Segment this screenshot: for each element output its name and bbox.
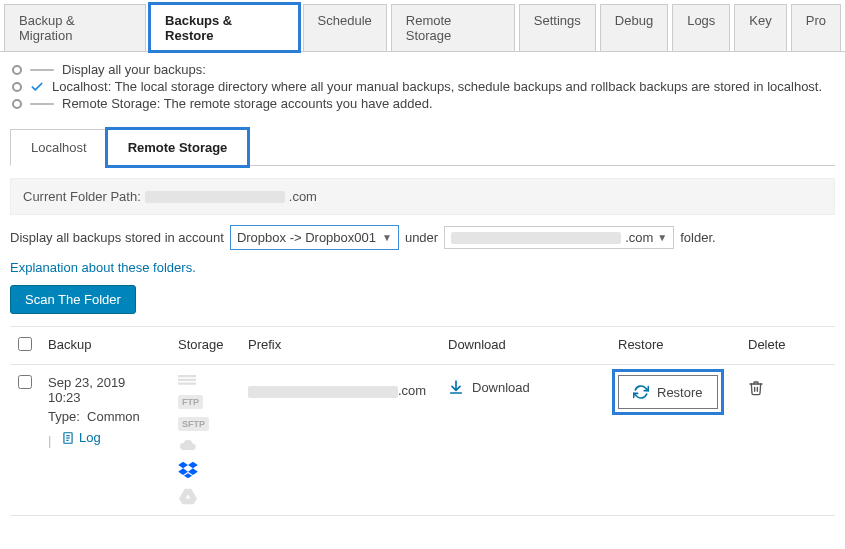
download-label: Download xyxy=(472,380,530,395)
log-link[interactable]: Log xyxy=(61,430,101,445)
row-type-label: Type: xyxy=(48,409,80,424)
svg-rect-4 xyxy=(178,375,196,377)
explanation-link[interactable]: Explanation about these folders. xyxy=(10,260,196,275)
subtab-localhost[interactable]: Localhost xyxy=(10,129,107,166)
tab-settings[interactable]: Settings xyxy=(519,4,596,51)
bullet-icon xyxy=(12,82,22,92)
tab-pro[interactable]: Pro xyxy=(791,4,841,51)
trash-icon xyxy=(748,379,764,397)
chevron-down-icon: ▼ xyxy=(657,232,667,243)
tab-backup-migration[interactable]: Backup & Migration xyxy=(4,4,146,51)
dash-icon xyxy=(30,103,54,105)
folder-path-suffix: .com xyxy=(289,189,317,204)
document-icon xyxy=(61,431,75,445)
col-prefix: Prefix xyxy=(240,327,440,365)
intro-block: Display all your backups: Localhost: The… xyxy=(0,52,845,125)
folder-redacted xyxy=(451,232,621,244)
account-line-under: under xyxy=(405,230,438,245)
account-line-prefix: Display all backups stored in account xyxy=(10,230,224,245)
divider-icon: | xyxy=(48,433,51,448)
bullet-icon xyxy=(12,65,22,75)
storage-icons: FTP SFTP xyxy=(178,375,232,505)
tab-schedule[interactable]: Schedule xyxy=(303,4,387,51)
intro-line-1: Display all your backups: xyxy=(62,62,206,77)
folder-path-bar: Current Folder Path: .com xyxy=(10,178,835,215)
subtab-bar: Localhost Remote Storage xyxy=(10,129,835,166)
folder-select[interactable]: .com ▼ xyxy=(444,226,674,249)
restore-label: Restore xyxy=(657,385,703,400)
intro-line-3: Remote Storage: The remote storage accou… xyxy=(62,96,433,111)
backups-table: Backup Storage Prefix Download Restore D… xyxy=(10,326,835,516)
col-backup: Backup xyxy=(40,327,170,365)
scan-folder-button[interactable]: Scan The Folder xyxy=(10,285,136,314)
account-select-value: Dropbox -> Dropbox001 xyxy=(237,230,376,245)
log-label: Log xyxy=(79,430,101,445)
dropbox-icon xyxy=(178,461,198,479)
download-button[interactable]: Download xyxy=(448,379,530,395)
bullet-icon xyxy=(12,99,22,109)
folder-suffix: .com xyxy=(625,230,653,245)
tab-backups-restore[interactable]: Backups & Restore xyxy=(150,4,299,51)
row-checkbox[interactable] xyxy=(18,375,32,389)
tab-debug[interactable]: Debug xyxy=(600,4,668,51)
svg-rect-5 xyxy=(178,379,196,381)
download-icon xyxy=(448,379,464,395)
col-restore: Restore xyxy=(610,327,740,365)
subtab-remote-storage[interactable]: Remote Storage xyxy=(107,129,249,166)
prefix-suffix: .com xyxy=(398,383,426,398)
top-tab-bar: Backup & Migration Backups & Restore Sch… xyxy=(0,0,845,52)
cloud-icon xyxy=(178,439,198,453)
tab-remote-storage[interactable]: Remote Storage xyxy=(391,4,515,51)
row-time: 10:23 xyxy=(48,390,162,405)
row-type-value: Common xyxy=(87,409,140,424)
svg-rect-6 xyxy=(178,383,196,385)
tab-key[interactable]: Key xyxy=(734,4,786,51)
account-line-folder-word: folder. xyxy=(680,230,715,245)
dash-icon xyxy=(30,69,54,71)
account-select[interactable]: Dropbox -> Dropbox001 ▼ xyxy=(230,225,399,250)
intro-line-2: Localhost: The local storage directory w… xyxy=(52,79,822,94)
prefix-redacted xyxy=(248,386,398,398)
folder-path-label: Current Folder Path: xyxy=(23,189,141,204)
sftp-badge: SFTP xyxy=(178,417,209,431)
ftp-badge: FTP xyxy=(178,395,203,409)
chevron-down-icon: ▼ xyxy=(382,232,392,243)
col-delete: Delete xyxy=(740,327,835,365)
refresh-icon xyxy=(633,384,649,400)
delete-button[interactable] xyxy=(748,385,764,400)
select-all-checkbox[interactable] xyxy=(18,337,32,351)
table-row: Sep 23, 2019 10:23 Type: Common | Log xyxy=(10,365,835,516)
table-header-row: Backup Storage Prefix Download Restore D… xyxy=(10,327,835,365)
localhost-icon xyxy=(178,375,196,387)
check-icon xyxy=(30,80,44,94)
google-drive-icon xyxy=(178,487,198,505)
col-download: Download xyxy=(440,327,610,365)
account-line: Display all backups stored in account Dr… xyxy=(10,225,835,250)
row-date: Sep 23, 2019 xyxy=(48,375,162,390)
col-storage: Storage xyxy=(170,327,240,365)
tab-logs[interactable]: Logs xyxy=(672,4,730,51)
folder-path-redacted xyxy=(145,191,285,203)
restore-button[interactable]: Restore xyxy=(618,375,718,409)
